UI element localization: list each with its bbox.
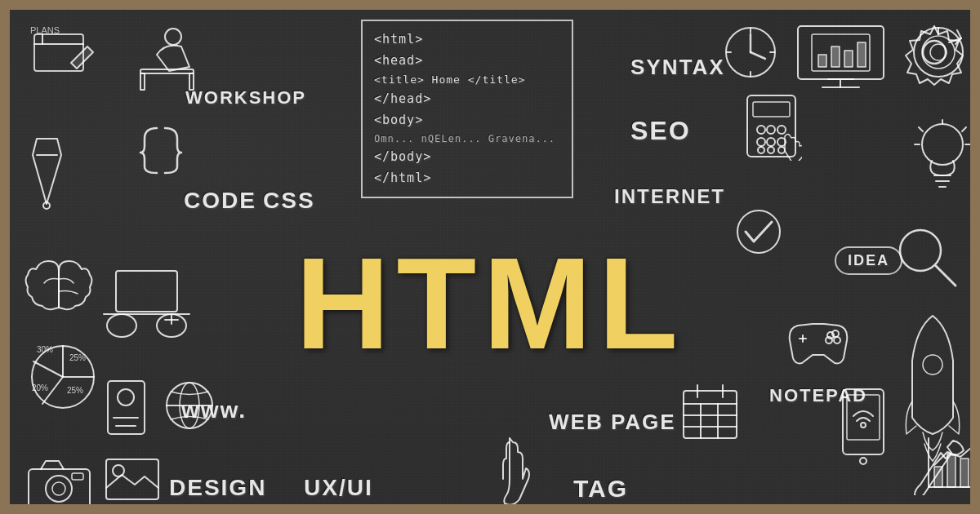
checkmark-icon [733,206,786,259]
svg-rect-52 [844,51,853,67]
svg-point-34 [52,482,65,495]
svg-text:20%: 20% [32,383,48,392]
svg-point-92 [860,458,866,464]
svg-rect-53 [858,42,866,67]
chalkboard-background: HTML <html> <head> <title> Home </title>… [0,0,980,514]
syntax-label: SYNTAX [630,55,725,80]
css-label: CSS [263,188,315,214]
seo-label: SEO [630,116,691,146]
svg-text:25%: 25% [69,353,86,362]
svg-point-60 [757,138,765,146]
code-line-5: <body> [374,110,560,131]
svg-rect-106 [960,459,969,487]
laptop-icon [100,259,194,340]
svg-rect-5 [140,69,194,73]
svg-line-71 [919,127,923,131]
svg-point-77 [930,44,947,60]
svg-point-66 [922,124,963,165]
svg-point-33 [46,476,72,502]
web-page-label: WEB PAGE [549,410,676,435]
svg-text:PLANS: PLANS [30,26,60,35]
calculator-icon [741,91,802,161]
svg-rect-10 [116,271,177,312]
ux-ui-label: UX/UI [304,475,373,501]
gamepad-icon [782,316,855,369]
code-line-7: </body> [374,147,560,168]
code-label: CODE [184,188,256,214]
svg-line-82 [936,266,956,286]
target-icon [908,22,969,83]
svg-point-13 [107,314,136,337]
svg-point-81 [900,230,941,271]
clock-icon [720,22,782,83]
fountain-pen-icon [24,131,69,212]
id-card-icon [104,377,149,438]
svg-rect-104 [934,467,942,487]
lightbulb-icon [912,116,973,197]
code-line-1: <html> [374,29,560,51]
svg-point-65 [778,147,785,153]
svg-point-61 [767,138,775,146]
svg-point-59 [777,126,786,134]
main-title: HTML [296,238,684,369]
svg-line-40 [751,52,765,59]
svg-rect-35 [72,473,83,480]
svg-rect-51 [831,47,840,67]
person-desk-icon [124,22,206,100]
svg-point-4 [165,29,181,45]
design-label: DESIGN [169,475,266,501]
touch-finger-icon [483,434,537,507]
code-line-4: </head> [374,89,560,110]
tablet-wifi-icon [831,385,896,475]
svg-rect-50 [818,55,826,67]
svg-point-63 [758,147,764,153]
calendar-icon [679,381,741,442]
curly-braces-icon [136,124,185,177]
camera-icon [24,454,94,512]
svg-point-93 [861,423,866,428]
code-snippet-box: <html> <head> <title> Home </title> </he… [361,20,573,198]
code-line-8: </html> [374,168,560,189]
svg-point-57 [757,126,765,134]
code-line-3: <title> Home </title> [374,71,560,89]
magnifier-icon [892,222,961,291]
svg-point-89 [923,355,942,374]
svg-rect-105 [947,454,956,487]
svg-point-86 [834,337,840,343]
svg-point-58 [767,126,775,134]
svg-text:30%: 30% [37,345,53,354]
globe-icon [161,377,218,434]
svg-point-76 [922,36,955,69]
internet-label: INTERNET [614,185,725,208]
svg-point-80 [737,210,780,253]
svg-rect-36 [106,459,158,499]
svg-line-72 [962,127,966,131]
plans-pencil-icon: PLANS [26,26,100,100]
tag-label: TAG [573,475,628,503]
image-icon [104,457,161,502]
svg-rect-56 [753,102,790,117]
svg-point-26 [118,389,134,405]
svg-rect-6 [140,73,145,90]
svg-rect-7 [189,73,194,90]
bar-chart-icon [924,434,980,495]
svg-line-20 [33,361,63,377]
monitor-icon [794,22,888,91]
svg-text:25%: 25% [67,386,83,395]
code-line-6: Omn... ​nQE​Len... Gra​ven​a... [374,131,560,147]
pie-chart-icon: 30% 25% 25% 20% [22,332,104,414]
svg-point-64 [768,147,774,153]
code-line-2: <head> [374,51,560,72]
brain-icon [24,255,94,316]
